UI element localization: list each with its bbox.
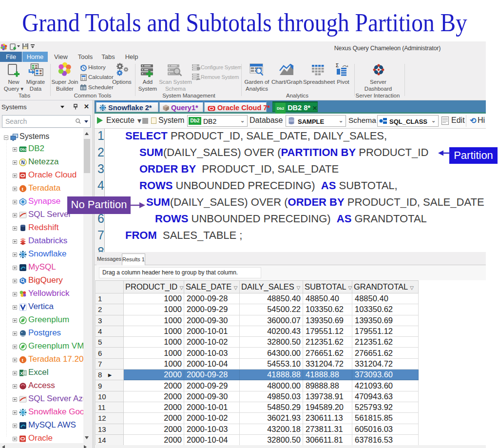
svg-text:t: t	[21, 186, 23, 192]
svg-text:X: X	[20, 371, 23, 376]
svg-text:N: N	[21, 160, 25, 165]
svg-text:Db2: Db2	[20, 147, 27, 152]
svg-text:t: t	[21, 357, 23, 363]
svg-text:Σ: Σ	[336, 63, 339, 68]
